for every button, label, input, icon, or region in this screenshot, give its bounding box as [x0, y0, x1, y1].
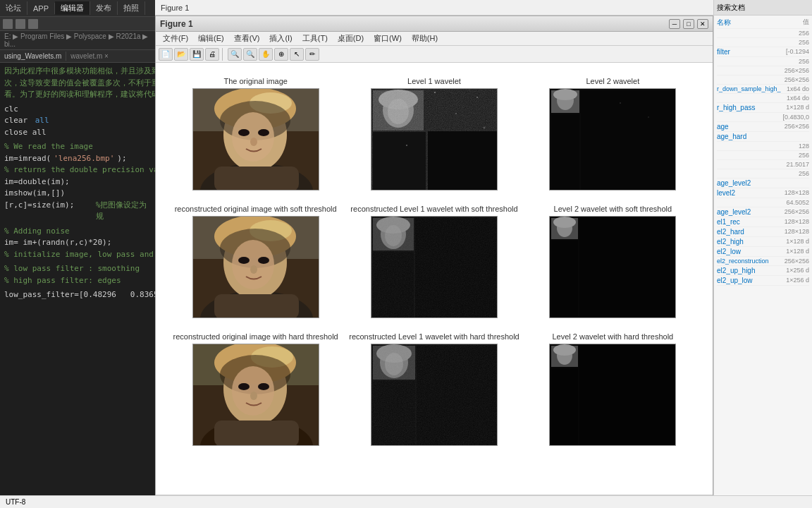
image-label-recon-level1-soft: reconstructed Level 1 wavelet with soft …: [350, 205, 517, 213]
ws-item-down-low[interactable]: 1x64 do: [717, 94, 809, 103]
ws-item-high-pass[interactable]: r_high_pass 1×128 d: [717, 103, 809, 113]
svg-rect-52: [371, 217, 498, 318]
ws-item-3[interactable]: 256: [717, 57, 809, 66]
figure-content[interactable]: The original image: [156, 63, 713, 495]
menu-view[interactable]: 查看(V): [230, 32, 264, 44]
figure-menubar: 文件(F) 编辑(E) 查看(V) 插入(I) 工具(T) 桌面(D) 窗口(W…: [156, 32, 713, 46]
minimize-button[interactable]: ─: [669, 19, 680, 29]
app-statusbar: UTF-8: [0, 495, 812, 508]
image-box-recon-orig-soft: [192, 216, 319, 318]
tool-new[interactable]: 📄: [159, 48, 173, 61]
tab-editor[interactable]: 编辑器: [55, 1, 90, 15]
ws-item-filter[interactable]: filter [-0.1294: [717, 47, 809, 57]
ws-item-7[interactable]: 256: [717, 151, 809, 160]
svg-point-40: [232, 240, 274, 289]
editor-toolbar: [0, 17, 155, 31]
image-cell-level2: Level 2 wavelet: [527, 77, 699, 190]
ws-item-down-high[interactable]: r_down_sample_high_ 1x64 do: [717, 85, 809, 94]
svg-rect-30: [551, 114, 579, 190]
tool-print[interactable]: 🖨: [205, 48, 219, 61]
ws-item-el2-up-low[interactable]: el2_up_low 1×256 d: [717, 276, 809, 286]
ws-item-4[interactable]: 256×256: [717, 66, 809, 75]
menu-edit[interactable]: 编辑(E): [194, 32, 228, 44]
ws-item-1[interactable]: 256: [717, 29, 809, 38]
svg-rect-83: [579, 346, 675, 445]
tool-zoom-out[interactable]: 🔍: [243, 48, 257, 61]
workspace-header: 名称 值: [717, 17, 809, 29]
ws-item-el2-high[interactable]: el2_high 1×128 d: [717, 237, 809, 247]
ws-item-snr1[interactable]: 21.5017: [717, 160, 809, 169]
image-cell-level1: Level 1 wavelet: [348, 77, 519, 190]
figure-titlebar: Figure 1 ─ □ ✕: [156, 16, 713, 32]
ws-item-age[interactable]: age 256×256: [717, 122, 809, 132]
image-box-level1: [371, 88, 498, 190]
svg-point-7: [232, 112, 274, 162]
editor-tabs: 论坛 APP 编辑器 发布 拍照: [0, 0, 155, 17]
tab-app[interactable]: APP: [27, 3, 55, 14]
image-box-recon-level1-soft: [371, 216, 498, 318]
ws-item-8[interactable]: 256: [717, 169, 809, 179]
image-label-recon-orig-hard: reconstructed original image with hard t…: [173, 332, 338, 341]
maximize-button[interactable]: □: [683, 19, 694, 29]
ws-item-el2-low[interactable]: el2_low 1×128 d: [717, 247, 809, 257]
menu-tools[interactable]: 工具(T): [298, 32, 332, 44]
tool-zoom-in[interactable]: 🔍: [228, 48, 242, 61]
right-header-label: 搜索文档: [717, 3, 745, 13]
svg-point-69: [250, 392, 257, 400]
tool-brush[interactable]: ✏: [305, 48, 319, 61]
menu-file[interactable]: 文件(F): [159, 32, 192, 44]
ws-item-age-level2[interactable]: age_level2: [717, 179, 809, 188]
figure-title: Figure 1: [160, 19, 193, 29]
toolbar-icon-3[interactable]: [28, 19, 38, 29]
file-tab-wavelets[interactable]: using_Wavelets.m: [0, 52, 66, 61]
svg-rect-57: [579, 218, 675, 318]
tool-pan[interactable]: ✋: [259, 48, 273, 61]
image-cell-orig: The original image: [170, 77, 341, 190]
file-tab-wavelet[interactable]: wavelet.m ×: [66, 52, 113, 61]
ws-item-el1-rec[interactable]: el1_rec 128×128: [717, 217, 809, 227]
tool-open[interactable]: 📂: [174, 48, 188, 61]
tool-select[interactable]: ⊕: [274, 48, 288, 61]
tool-save[interactable]: 💾: [190, 48, 204, 61]
image-cell-level2-soft: Level 2 wavelet with soft threshold: [527, 205, 699, 318]
right-header: 搜索文档: [714, 0, 812, 16]
svg-point-20: [434, 92, 436, 93]
right-panel: 搜索文档 名称 值 256 256 filter [-0.1294 256 25…: [713, 0, 812, 508]
ws-item-el2-hard[interactable]: el2_hard 128×128: [717, 227, 809, 237]
ws-item-lpf[interactable]: [0.4830,0: [717, 113, 809, 122]
svg-point-66: [232, 366, 274, 416]
ws-item-age-level2b[interactable]: age_level2 256×256: [717, 207, 809, 217]
svg-point-42: [258, 257, 269, 264]
svg-point-10: [250, 138, 257, 146]
svg-point-32: [648, 116, 650, 118]
ws-item-level2[interactable]: level2 128×128: [717, 188, 809, 198]
image-label-level1: Level 1 wavelet: [407, 77, 461, 85]
tab-publish[interactable]: 发布: [90, 1, 118, 15]
close-button[interactable]: ✕: [697, 19, 708, 29]
toolbar-icon-2[interactable]: [16, 19, 25, 29]
ws-item-el2-up-high[interactable]: el2_up_high 1×256 d: [717, 266, 809, 276]
ws-item-el2-recon[interactable]: el2_reconstruction 256×256: [717, 257, 809, 266]
svg-point-43: [250, 265, 257, 274]
ws-item-2[interactable]: 256: [717, 38, 809, 47]
svg-point-56: [553, 217, 576, 228]
svg-point-67: [238, 383, 250, 390]
toolbar-icon-1[interactable]: [3, 19, 13, 29]
image-box-level2: [549, 88, 676, 190]
svg-rect-70: [214, 421, 299, 446]
workspace-list: 名称 值 256 256 filter [-0.1294 256 256×256…: [714, 16, 812, 287]
ws-item-age-hard[interactable]: age_hard: [717, 132, 809, 142]
tool-cursor[interactable]: ↖: [290, 48, 304, 61]
ws-item-6[interactable]: 128: [717, 142, 809, 151]
menu-help[interactable]: 帮助(H): [407, 32, 442, 44]
menu-insert[interactable]: 插入(I): [265, 32, 296, 44]
image-cell-level2-hard: Level 2 wavelet with hard threshold: [527, 332, 699, 446]
ws-item-5[interactable]: 256×256: [717, 75, 809, 85]
menu-window[interactable]: 窗口(W): [369, 32, 406, 44]
code-editor[interactable]: 因为此程序中很多模块功能相似，并且涉及到 次，这导致变量的值会被覆盖多次，不利于…: [0, 63, 155, 508]
image-label-orig: The original image: [223, 77, 288, 85]
tab-photo[interactable]: 拍照: [118, 1, 145, 15]
menu-desktop[interactable]: 桌面(D): [333, 32, 368, 44]
ws-item-snr2[interactable]: 64.5052: [717, 198, 809, 207]
tab-forum[interactable]: 论坛: [0, 1, 27, 15]
